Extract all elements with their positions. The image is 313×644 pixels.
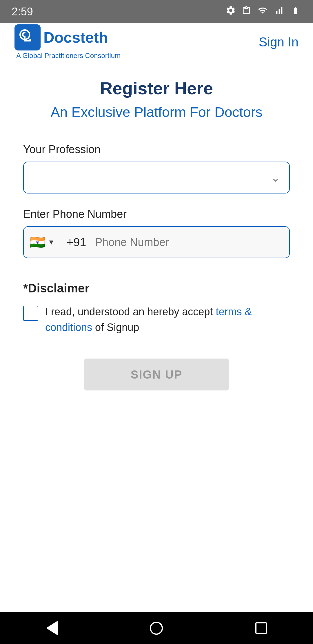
chevron-down-icon: ⌄ (271, 171, 281, 184)
status-bar: 2:59 (0, 0, 313, 23)
main-content: Register Here An Exclusive Platform For … (0, 61, 313, 612)
battery-icon (290, 6, 301, 17)
disclaimer-row: I read, understood an hereby accept term… (23, 304, 290, 335)
country-dropdown-arrow: ▼ (48, 238, 55, 246)
country-code: +91 (61, 236, 92, 249)
disclaimer-section: *Disclaimer I read, understood an hereby… (23, 281, 290, 335)
nav-back-button[interactable] (46, 621, 58, 635)
status-time: 2:59 (12, 6, 33, 18)
profession-label: Your Profession (23, 143, 290, 156)
profession-section: Your Profession ⌄ (23, 143, 290, 193)
nav-home-button[interactable] (150, 622, 163, 635)
signup-button[interactable]: SIGN UP (84, 359, 229, 390)
clipboard-icon (242, 5, 251, 18)
logo-text: Docsteth (43, 29, 108, 46)
logo-row: Docsteth (14, 24, 121, 50)
svg-point-3 (29, 39, 31, 41)
signal-icon (274, 5, 284, 18)
phone-section: Enter Phone Number 🇮🇳 ▼ +91 (23, 208, 290, 258)
page-title: Register Here (23, 78, 290, 98)
phone-input-container: 🇮🇳 ▼ +91 (23, 226, 290, 258)
logo-tagline: A Global Practitioners Consortium (14, 52, 121, 60)
disclaimer-title: *Disclaimer (23, 281, 290, 295)
logo-container: Docsteth A Global Practitioners Consorti… (14, 24, 121, 60)
terms-checkbox[interactable] (23, 306, 38, 321)
phone-number-input[interactable] (95, 236, 283, 249)
settings-icon (225, 5, 236, 18)
profession-dropdown[interactable]: ⌄ (23, 162, 290, 193)
india-flag-icon: 🇮🇳 (30, 235, 46, 250)
nav-recent-button[interactable] (255, 622, 267, 634)
wifi-icon (257, 6, 268, 17)
disclaimer-text: I read, understood an hereby accept term… (45, 304, 290, 335)
status-icons (225, 5, 301, 18)
phone-label: Enter Phone Number (23, 208, 290, 220)
bottom-nav (0, 612, 313, 644)
home-icon (150, 622, 163, 635)
page-subtitle: An Exclusive Platform For Doctors (23, 104, 290, 120)
header: Docsteth A Global Practitioners Consorti… (0, 23, 313, 61)
docsteth-logo-icon (14, 24, 41, 50)
sign-in-button[interactable]: Sign In (259, 35, 299, 49)
back-icon (46, 621, 58, 635)
country-selector[interactable]: 🇮🇳 ▼ (30, 235, 58, 250)
recent-icon (255, 622, 267, 634)
